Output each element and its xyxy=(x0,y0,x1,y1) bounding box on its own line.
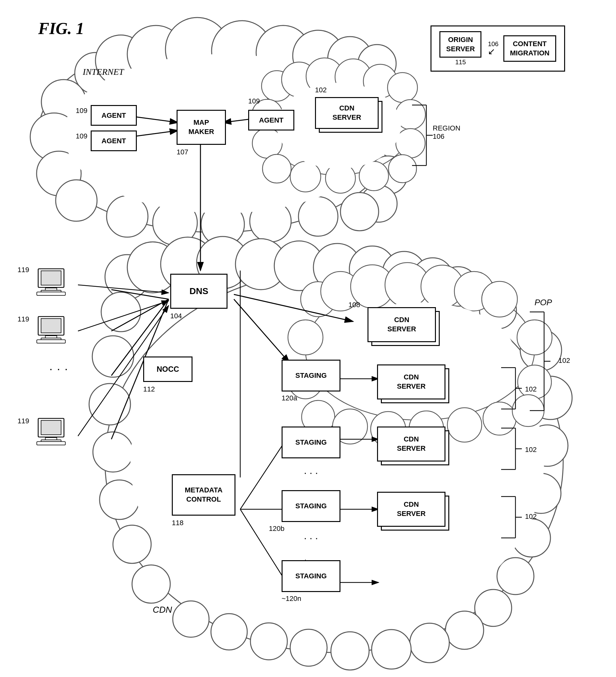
computer-2 xyxy=(35,315,70,345)
svg-rect-154 xyxy=(46,438,57,440)
label-109a: 109 xyxy=(76,107,88,115)
svg-point-16 xyxy=(369,156,407,194)
svg-rect-144 xyxy=(46,288,57,290)
label-119c: 119 xyxy=(17,417,29,425)
svg-point-52 xyxy=(211,614,247,650)
svg-point-53 xyxy=(173,601,209,637)
svg-point-94 xyxy=(290,162,321,192)
label-119b: 119 xyxy=(17,315,29,323)
svg-point-32 xyxy=(314,243,361,291)
svg-point-69 xyxy=(482,281,517,317)
svg-point-54 xyxy=(101,292,141,332)
svg-line-110 xyxy=(234,299,290,363)
svg-line-103 xyxy=(111,290,169,299)
label-119a: 119 xyxy=(17,266,29,274)
svg-point-66 xyxy=(385,263,430,307)
svg-point-40 xyxy=(529,376,572,419)
agent-box-3: AGENT xyxy=(248,110,294,131)
svg-point-97 xyxy=(388,155,417,183)
svg-point-13 xyxy=(56,180,97,221)
svg-point-80 xyxy=(512,395,544,426)
legend-106-container: 106 ↙ xyxy=(488,40,498,57)
svg-point-63 xyxy=(301,282,336,317)
svg-point-88 xyxy=(387,73,418,102)
label-120a: 120a xyxy=(282,394,297,402)
svg-point-86 xyxy=(335,59,371,95)
svg-point-70 xyxy=(288,320,323,355)
svg-point-22 xyxy=(298,197,338,236)
svg-point-4 xyxy=(165,17,229,81)
svg-point-79 xyxy=(483,402,516,435)
label-102c: 102 xyxy=(525,385,537,393)
label-102a: 102 xyxy=(315,86,327,94)
svg-point-11 xyxy=(30,113,78,161)
legend-115-label: 115 xyxy=(455,58,466,66)
legend-content-migration: CONTENTMIGRATION xyxy=(503,35,556,62)
svg-point-57 xyxy=(93,432,133,472)
svg-line-100 xyxy=(131,131,178,137)
label-112: 112 xyxy=(143,385,155,393)
svg-line-111 xyxy=(234,295,353,321)
svg-line-104 xyxy=(111,299,169,331)
svg-point-42 xyxy=(521,473,561,513)
svg-point-37 xyxy=(461,278,500,317)
agent-box-2: AGENT xyxy=(91,131,137,151)
nocc-box: NOCC xyxy=(143,357,192,382)
label-109b: 109 xyxy=(76,132,88,140)
svg-point-46 xyxy=(445,611,484,649)
label-120b: 120b xyxy=(269,525,284,533)
label-104: 104 xyxy=(170,312,182,320)
svg-point-19 xyxy=(153,200,197,245)
svg-point-47 xyxy=(410,623,449,663)
svg-point-87 xyxy=(363,64,397,98)
label-120n: ~120n xyxy=(282,595,301,603)
svg-point-67 xyxy=(421,265,464,308)
figure-title: FIG. 1 xyxy=(38,19,84,38)
svg-point-17 xyxy=(360,185,397,222)
svg-point-84 xyxy=(282,62,317,97)
svg-point-34 xyxy=(382,252,426,295)
svg-point-45 xyxy=(475,589,512,626)
staging-box-4: STAGING xyxy=(282,560,340,592)
svg-point-31 xyxy=(274,241,324,290)
svg-point-91 xyxy=(395,100,425,130)
svg-point-90 xyxy=(252,128,282,158)
svg-point-39 xyxy=(520,329,562,371)
svg-line-116 xyxy=(240,439,286,509)
svg-line-107 xyxy=(78,285,169,293)
label-118: 118 xyxy=(172,519,184,527)
svg-point-30 xyxy=(235,239,286,290)
diagram-container: FIG. 1 ORIGINSERVER 115 106 ↙ CONTENTMIG… xyxy=(0,0,616,677)
svg-point-50 xyxy=(290,629,327,666)
svg-point-93 xyxy=(263,154,291,183)
svg-point-3 xyxy=(127,26,185,83)
legend-arrow: ↙ xyxy=(488,46,495,57)
computer-1 xyxy=(35,267,70,297)
svg-point-7 xyxy=(293,30,344,81)
svg-rect-146 xyxy=(37,292,65,296)
svg-point-83 xyxy=(262,71,292,101)
dots-staging: . . . xyxy=(304,465,318,477)
svg-point-43 xyxy=(512,519,551,557)
label-109c: 109 xyxy=(248,97,260,105)
svg-point-72 xyxy=(517,320,552,355)
svg-point-10 xyxy=(41,80,86,124)
label-108: 108 xyxy=(348,301,360,309)
svg-point-56 xyxy=(89,383,131,425)
svg-rect-143 xyxy=(41,271,61,285)
svg-point-8 xyxy=(328,37,372,81)
staging-box-3: STAGING xyxy=(282,490,340,522)
svg-point-2 xyxy=(95,35,146,86)
svg-point-55 xyxy=(92,336,134,377)
dots-computers: . . . xyxy=(49,360,68,373)
dots-staging2: . . . xyxy=(304,530,318,542)
staging-box-1: STAGING xyxy=(282,360,340,392)
svg-line-108 xyxy=(78,301,169,331)
svg-point-59 xyxy=(113,525,151,563)
dns-box: DNS xyxy=(170,274,228,309)
svg-point-60 xyxy=(132,565,170,603)
agent-box-1: AGENT xyxy=(91,105,137,126)
svg-point-78 xyxy=(447,408,482,442)
svg-point-20 xyxy=(201,203,244,246)
cdn-label: CDN xyxy=(153,605,172,615)
